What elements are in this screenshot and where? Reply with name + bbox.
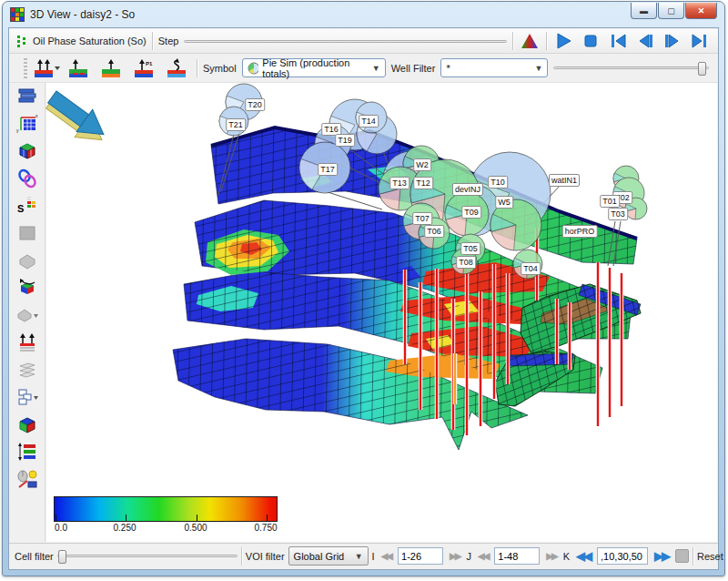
voi-filter-combobox[interactable]: Global Grid ▼: [288, 546, 369, 566]
link-icon: [15, 168, 39, 189]
color-cube-icon: [15, 414, 39, 434]
property-select-button[interactable]: S C: [15, 194, 40, 218]
j-range-label: J: [466, 551, 471, 562]
cell-filter-label: Cell filter: [15, 551, 54, 562]
separator: [197, 59, 197, 77]
reset-button[interactable]: Reset: [697, 551, 723, 562]
prism-menu-icon: [15, 305, 39, 325]
window-title: 3D View - daisy2 - So: [30, 8, 135, 21]
wells-layers-icon: [15, 332, 39, 352]
k-range-input[interactable]: [597, 547, 648, 565]
show-all-wells-button[interactable]: [33, 56, 60, 80]
detail-slider-handle[interactable]: [698, 62, 706, 76]
apply-filter-button[interactable]: [675, 549, 689, 563]
separator: [152, 32, 153, 50]
injector-well-icon: [67, 58, 91, 78]
chevron-down-icon: ▼: [534, 64, 542, 73]
i-range-label: I: [372, 551, 375, 562]
grid-axes-button[interactable]: xy: [15, 112, 40, 136]
k-increment-button[interactable]: ▶▶: [652, 549, 672, 563]
gray-square-icon: [15, 223, 39, 243]
prism-menu-button[interactable]: [15, 303, 40, 327]
j-range-input[interactable]: [494, 547, 540, 565]
probe-tools-button[interactable]: [15, 467, 40, 491]
sheets-icon: [15, 360, 39, 380]
rgb-view-button[interactable]: [519, 31, 541, 51]
stop-button[interactable]: [580, 31, 602, 51]
producer-well-icon: [100, 58, 124, 78]
step-forward-icon: [663, 32, 682, 50]
step-back-icon: [636, 32, 654, 50]
cell-filter-handle[interactable]: [58, 550, 66, 564]
stop-icon: [581, 32, 600, 50]
property-toolbar: Oil Phase Saturation (So) Step: [9, 29, 718, 54]
skip-last-button[interactable]: [689, 31, 711, 51]
step-back-button[interactable]: [634, 31, 656, 51]
well-filter-value: *: [446, 63, 450, 74]
minimize-button[interactable]: ▬: [631, 3, 657, 19]
link-views-button[interactable]: [15, 167, 40, 190]
i-decrement-button[interactable]: ◀◀: [379, 551, 394, 561]
well-filter-combobox[interactable]: * ▼: [440, 58, 548, 77]
maximize-button[interactable]: ▢: [658, 3, 684, 19]
wells-toolbar: P1 Symbol Pie Sim (production totals) ▼ …: [9, 54, 718, 83]
property-s-icon: S C: [15, 196, 39, 216]
view-sidebar: xy S C: [9, 83, 46, 542]
skip-last-icon: [691, 32, 709, 50]
legend-tick-label: 0.0: [55, 523, 67, 533]
step-forward-button[interactable]: [662, 31, 683, 51]
i-increment-button[interactable]: ▶▶: [447, 551, 462, 561]
play-icon: [554, 32, 572, 50]
j-decrement-button[interactable]: ◀◀: [475, 551, 490, 561]
legend-tick-label: 0.250: [113, 523, 136, 533]
skip-first-button[interactable]: [607, 31, 629, 51]
layer-manager-button[interactable]: [15, 85, 40, 108]
plane-tool-button[interactable]: [15, 221, 40, 245]
wells-layers-button[interactable]: [15, 331, 40, 354]
voi-filter-label: VOI filter: [246, 551, 285, 562]
title-bar[interactable]: 3D View - daisy2 - So ▬ ▢ ✕: [3, 2, 724, 27]
deviated-well-icon: [166, 58, 189, 78]
separator: [546, 32, 547, 50]
close-button[interactable]: ✕: [685, 3, 717, 19]
voi-filter-value: Global Grid: [294, 551, 345, 562]
sheets-button[interactable]: [15, 358, 40, 382]
perforated-well-icon: P1: [133, 58, 157, 78]
j-increment-button[interactable]: ▶▶: [543, 551, 559, 561]
detail-slider[interactable]: [553, 66, 709, 69]
grid-3d-icon: [15, 141, 39, 161]
wells-arrows-icon: [33, 58, 60, 78]
step-slider[interactable]: [184, 40, 507, 43]
k-decrement-button[interactable]: ◀◀: [573, 549, 593, 563]
toolbar-grip[interactable]: [24, 58, 27, 78]
perforated-wells-button[interactable]: P1: [131, 56, 158, 80]
deviated-wells-button[interactable]: [164, 56, 191, 80]
3d-viewport[interactable]: [46, 83, 717, 542]
color-legend: 0.0 0.250 0.500 0.750: [54, 496, 278, 535]
layer-manager-icon: [15, 87, 39, 107]
chevron-down-icon: ▼: [355, 552, 363, 561]
k-range-label: K: [563, 551, 570, 562]
rgb-triangle-icon: [521, 32, 539, 50]
svg-text:P1: P1: [146, 61, 153, 66]
legend-tick: [197, 515, 197, 521]
prism-tool-button[interactable]: [15, 249, 40, 272]
play-button[interactable]: [552, 31, 574, 51]
cell-filter-slider[interactable]: [57, 555, 238, 557]
rotate-grid-button[interactable]: [15, 276, 40, 300]
grid-3d-button[interactable]: [15, 139, 40, 163]
svg-text:S: S: [17, 203, 24, 214]
layer-bars-button[interactable]: [15, 440, 40, 464]
svg-text:C: C: [27, 196, 32, 201]
grid-axes-icon: xy: [15, 114, 39, 134]
injector-wells-button[interactable]: [66, 56, 93, 80]
producer-wells-button[interactable]: [98, 56, 126, 80]
symbol-combobox[interactable]: Pie Sim (production totals) ▼: [242, 58, 386, 77]
property-dots-icon: [16, 35, 27, 47]
ijk-boxes-button[interactable]: [15, 385, 40, 409]
well-filter-label: Well Filter: [391, 63, 436, 74]
i-range-input[interactable]: [398, 547, 443, 565]
color-cube-button[interactable]: [15, 413, 40, 436]
app-window: 3D View - daisy2 - So ▬ ▢ ✕ Oil Phase Sa…: [2, 1, 725, 576]
separator: [512, 32, 513, 50]
